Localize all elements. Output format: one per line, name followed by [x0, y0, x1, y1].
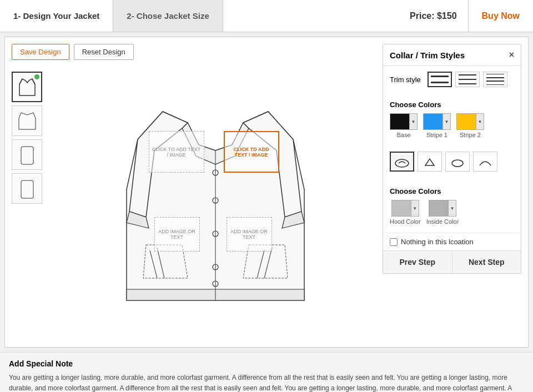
hood-colors-title: Choose Colors — [390, 187, 514, 195]
special-note-section: Add Special Note You are getting a longe… — [0, 352, 533, 392]
trim-line-c — [459, 83, 476, 84]
svg-rect-1 — [21, 180, 33, 198]
stripe1-color-item: ▼ Stripe 1 — [423, 113, 451, 138]
stripe1-color-picker[interactable]: ▼ — [423, 113, 451, 130]
header: 1- Design Your Jacket 2- Chose Jacket Si… — [0, 0, 533, 32]
inside-color-label: Inside Color — [426, 218, 459, 225]
base-color-arrow: ▼ — [409, 114, 417, 129]
stripe2-color-label: Stripe 2 — [460, 132, 481, 138]
jacket-canvas: CLICK TO ADD TEXT / IMAGE CLICK TO ADD T… — [48, 44, 383, 340]
trim-line-g — [486, 84, 504, 85]
trim-line-thick — [431, 76, 449, 77]
svg-point-13 — [452, 160, 463, 167]
buy-now-button[interactable]: Buy Now — [468, 0, 533, 32]
nothing-checkbox[interactable] — [390, 238, 398, 246]
toolbar: Save Design Reset Design — [12, 44, 134, 60]
hood-color-picker[interactable]: ▼ — [391, 200, 419, 217]
special-note-title: Add Special Note — [9, 359, 524, 368]
panel-title: Collar / Trim Styles — [390, 51, 465, 60]
zone-pocket-right[interactable]: ADD IMAGE OR TEXT — [227, 217, 272, 252]
thumb-sleeve-icon — [17, 144, 38, 166]
collar-icon-3 — [449, 155, 466, 168]
reset-design-button[interactable]: Reset Design — [74, 44, 134, 60]
inside-color-swatch — [429, 200, 448, 216]
save-design-button[interactable]: Save Design — [12, 44, 69, 60]
thumb-back-icon — [17, 110, 38, 132]
jacket-svg — [110, 78, 321, 334]
jacket-wrapper: CLICK TO ADD TEXT / IMAGE CLICK TO ADD T… — [110, 78, 321, 334]
collar-icon-4 — [476, 155, 494, 168]
collar-style-3-button[interactable] — [445, 152, 470, 172]
collar-style-section — [383, 146, 521, 182]
stripe1-color-label: Stripe 1 — [426, 132, 447, 138]
trim-style-label: Trim style — [390, 76, 421, 84]
thumb-front-icon — [17, 76, 38, 98]
base-color-picker[interactable]: ▼ — [390, 113, 418, 130]
thumb-sleeve2-icon — [17, 178, 38, 200]
trim-color-row: ▼ Base ▼ Stripe 1 ▼ Stripe 2 — [390, 113, 514, 138]
nothing-checkbox-row: Nothing in this lcoation — [383, 233, 521, 250]
base-color-swatch — [390, 114, 409, 129]
trim-style-section: Trim style — [383, 66, 521, 95]
base-color-label: Base — [396, 132, 410, 138]
hood-color-label: Hood Color — [390, 218, 421, 225]
trim-colors-section: Choose Colors ▼ Base ▼ Stripe 1 — [383, 95, 521, 146]
prev-step-button[interactable]: Prev Step — [383, 251, 452, 273]
svg-rect-0 — [21, 147, 33, 164]
next-step-button[interactable]: Next Step — [452, 251, 521, 273]
collar-style-2-button[interactable] — [418, 152, 442, 172]
stripe2-color-item: ▼ Stripe 2 — [456, 113, 484, 138]
collar-style-row — [390, 152, 514, 172]
thumb-left-sleeve[interactable] — [12, 139, 42, 170]
stripe2-color-swatch — [457, 114, 476, 129]
nothing-label: Nothing in this lcoation — [401, 238, 474, 246]
stripe1-color-swatch — [424, 114, 443, 129]
hood-colors-section: Choose Colors ▼ Hood Color ▼ Inside Colo… — [383, 182, 521, 233]
thumbnail-sidebar — [12, 44, 42, 340]
stripe1-color-arrow: ▼ — [443, 114, 450, 129]
trim-line-e — [486, 77, 504, 78]
main-area: Save Design Reset Design — [4, 37, 529, 348]
collar-trim-panel: Collar / Trim Styles × Trim style — [383, 44, 521, 274]
inside-color-picker[interactable]: ▼ — [429, 200, 456, 217]
tab-design-jacket[interactable]: 1- Design Your Jacket — [0, 0, 113, 32]
hood-color-arrow: ▼ — [411, 200, 419, 216]
trim-style-row: Trim style — [390, 72, 514, 87]
trim-line-thick2 — [431, 82, 449, 83]
thumb-back[interactable] — [12, 105, 42, 136]
trim-line-f — [486, 81, 504, 81]
hood-color-item: ▼ Hood Color — [390, 200, 421, 225]
zone-chest-right[interactable]: CLICK TO ADD TEXT / IMAGE — [224, 131, 279, 173]
base-color-item: ▼ Base — [390, 113, 418, 138]
panel-header: Collar / Trim Styles × — [383, 44, 521, 66]
trim-line-d — [486, 74, 504, 74]
thumb-front[interactable] — [12, 72, 42, 102]
collar-icon-1 — [393, 155, 411, 168]
zone-chest-left[interactable]: CLICK TO ADD TEXT / IMAGE — [149, 131, 204, 173]
collar-icon-2 — [421, 155, 439, 168]
collar-style-4-button[interactable] — [473, 152, 497, 172]
hood-color-swatch — [392, 200, 411, 216]
trim-line-a — [459, 74, 476, 76]
svg-point-12 — [395, 159, 409, 167]
trim-style-2-button[interactable] — [455, 72, 480, 87]
active-indicator — [34, 74, 39, 79]
inside-color-item: ▼ Inside Color — [426, 200, 459, 225]
hood-color-row: ▼ Hood Color ▼ Inside Color — [390, 200, 514, 225]
trim-style-3-button[interactable] — [483, 72, 507, 87]
stripe2-color-arrow: ▼ — [476, 114, 484, 129]
collar-style-1-button[interactable] — [390, 152, 414, 172]
trim-line-b — [459, 79, 476, 80]
price-display: Price: $150 — [399, 11, 468, 21]
nav-buttons: Prev Step Next Step — [383, 250, 521, 273]
tab-chose-size[interactable]: 2- Chose Jacket Size — [113, 0, 223, 32]
thumb-right-sleeve[interactable] — [12, 173, 42, 204]
trim-colors-title: Choose Colors — [390, 100, 514, 109]
panel-close-button[interactable]: × — [509, 50, 514, 60]
inside-color-arrow: ▼ — [448, 200, 456, 216]
special-note-text: You are getting a longer lasting, more d… — [9, 373, 524, 392]
trim-style-1-button[interactable] — [428, 72, 452, 87]
stripe2-color-picker[interactable]: ▼ — [456, 113, 484, 130]
zone-pocket-left[interactable]: ADD IMAGE OR TEXT — [154, 217, 200, 252]
